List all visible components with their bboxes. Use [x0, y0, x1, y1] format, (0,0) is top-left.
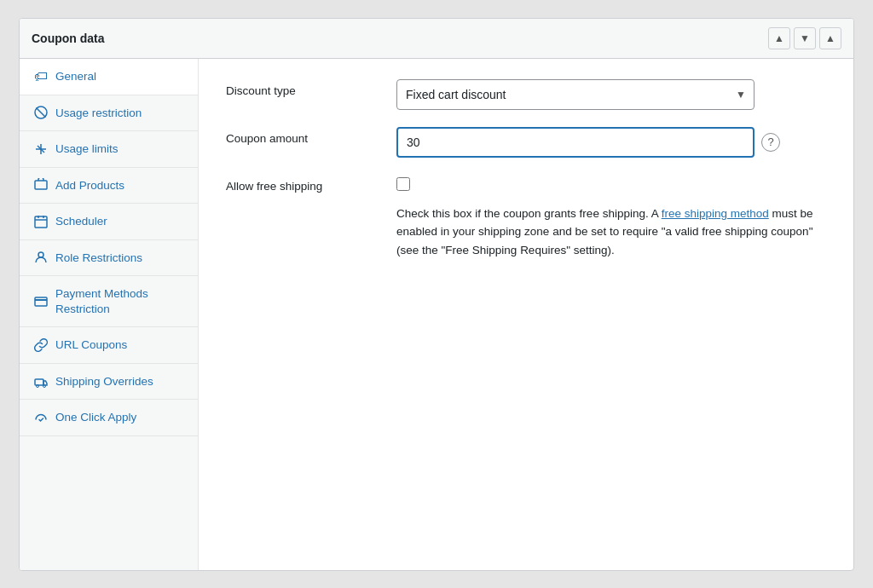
coupon-amount-label: Coupon amount — [226, 127, 396, 145]
sidebar-item-usage-limits-label: Usage limits — [55, 141, 119, 157]
panel-collapse-button[interactable]: ▲ — [819, 27, 841, 49]
discount-type-row: Discount type Percentage discount Fixed … — [226, 79, 826, 110]
sidebar-item-shipping-overrides-label: Shipping Overrides — [55, 374, 153, 389]
free-shipping-link[interactable]: free shipping method — [662, 207, 769, 220]
sidebar-item-usage-restriction[interactable]: Usage restriction — [20, 95, 198, 132]
svg-point-15 — [43, 384, 46, 387]
panel-header: Coupon data ▲ ▼ ▲ — [20, 19, 853, 59]
sidebar: 🏷 General Usage restriction — [20, 59, 199, 570]
description-text-1: Check this box if the coupon grants free… — [396, 207, 662, 220]
panel-body: 🏷 General Usage restriction — [20, 59, 853, 570]
general-icon: 🏷 — [33, 69, 49, 84]
sidebar-item-general-label: General — [55, 69, 96, 84]
coupon-amount-help-icon[interactable]: ? — [761, 133, 780, 152]
sidebar-item-scheduler-label: Scheduler — [55, 214, 107, 229]
discount-type-label: Discount type — [226, 79, 396, 97]
main-content: Discount type Percentage discount Fixed … — [199, 59, 853, 570]
svg-rect-5 — [35, 181, 47, 189]
sidebar-item-one-click-apply[interactable]: One Click Apply — [20, 400, 198, 436]
one-click-apply-icon — [33, 411, 49, 424]
payment-methods-icon — [33, 295, 49, 308]
allow-free-shipping-description: Check this box if the coupon grants free… — [396, 205, 826, 260]
svg-rect-6 — [35, 216, 47, 228]
url-coupons-icon — [33, 338, 49, 352]
sidebar-item-add-products-label: Add Products — [55, 178, 124, 193]
sidebar-item-general[interactable]: 🏷 General — [20, 59, 198, 95]
sidebar-item-usage-limits[interactable]: Usage limits — [20, 131, 198, 168]
sidebar-item-shipping-overrides[interactable]: Shipping Overrides — [20, 364, 198, 401]
svg-line-1 — [37, 108, 46, 118]
sidebar-item-role-restrictions-label: Role Restrictions — [55, 251, 142, 266]
discount-type-select-wrapper: Percentage discount Fixed cart discount … — [396, 79, 754, 110]
role-restrictions-icon — [33, 251, 49, 264]
svg-rect-13 — [35, 379, 43, 385]
scheduler-icon — [33, 215, 49, 228]
discount-type-select[interactable]: Percentage discount Fixed cart discount … — [396, 79, 754, 110]
allow-free-shipping-label: Allow free shipping — [226, 175, 396, 193]
add-products-icon — [33, 178, 49, 192]
sidebar-item-url-coupons-label: URL Coupons — [55, 337, 127, 353]
coupon-amount-row: Coupon amount ? — [226, 127, 826, 158]
sidebar-item-role-restrictions[interactable]: Role Restrictions — [20, 240, 198, 277]
svg-point-10 — [38, 252, 43, 257]
allow-free-shipping-field: Check this box if the coupon grants free… — [396, 175, 826, 260]
sidebar-item-scheduler[interactable]: Scheduler — [20, 204, 198, 240]
sidebar-item-url-coupons[interactable]: URL Coupons — [20, 327, 198, 364]
allow-free-shipping-checkbox[interactable] — [396, 177, 410, 191]
sidebar-item-one-click-apply-label: One Click Apply — [55, 410, 136, 425]
usage-limits-icon — [33, 142, 49, 156]
svg-rect-11 — [35, 297, 47, 306]
svg-point-14 — [37, 384, 39, 387]
sidebar-item-add-products[interactable]: Add Products — [20, 168, 198, 205]
usage-restriction-icon — [33, 106, 49, 119]
sidebar-item-payment-methods-label: Payment Methods Restriction — [55, 286, 184, 316]
coupon-amount-field: ? — [396, 127, 826, 158]
discount-type-field: Percentage discount Fixed cart discount … — [396, 79, 826, 110]
allow-free-shipping-row: Allow free shipping Check this box if th… — [226, 175, 826, 260]
coupon-amount-input[interactable] — [396, 127, 754, 158]
coupon-data-panel: Coupon data ▲ ▼ ▲ 🏷 General Usage res — [19, 18, 854, 571]
panel-title: Coupon data — [32, 32, 105, 45]
panel-down-button[interactable]: ▼ — [794, 27, 816, 49]
panel-controls: ▲ ▼ ▲ — [768, 27, 841, 49]
sidebar-item-payment-methods[interactable]: Payment Methods Restriction — [20, 276, 198, 327]
shipping-overrides-icon — [33, 375, 49, 389]
allow-free-shipping-checkbox-row — [396, 175, 410, 191]
sidebar-item-usage-restriction-label: Usage restriction — [55, 106, 142, 121]
panel-up-button[interactable]: ▲ — [768, 27, 790, 49]
